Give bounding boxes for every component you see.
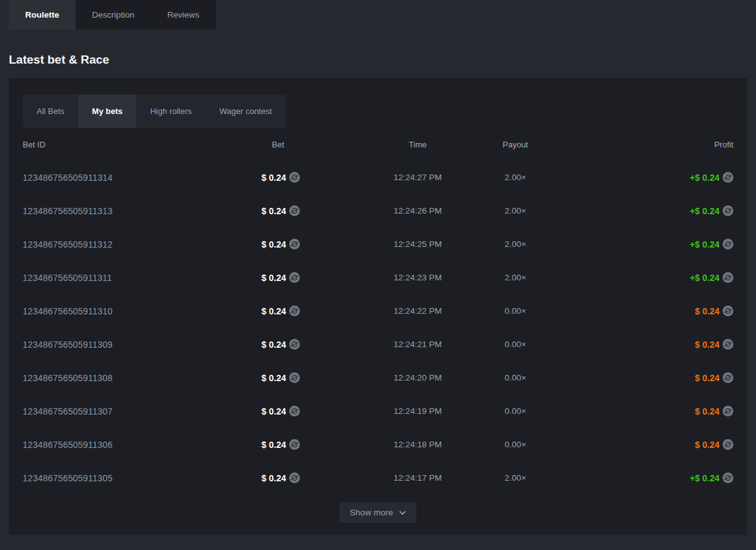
- bet-payout-value: 2.00×: [471, 206, 559, 215]
- bet-id-value: 123486756505911312: [23, 239, 234, 249]
- tab-wager-contest[interactable]: Wager contest: [205, 95, 285, 128]
- bet-profit-cell: +$ 0.24: [559, 172, 733, 183]
- page-tab-bar: Roulette Description Reviews: [9, 0, 216, 30]
- bets-table-body: 123486756505911314 $ 0.24 12:24:27 PM 2.…: [23, 161, 733, 495]
- stellar-coin-icon: [289, 406, 300, 416]
- bet-profit-cell: $ 0.24: [559, 406, 733, 416]
- tab-label: Roulette: [25, 10, 59, 20]
- tab-high-rollers[interactable]: High rollers: [136, 95, 205, 128]
- column-header-time: Time: [370, 140, 465, 149]
- column-header-bet: Bet: [234, 140, 300, 149]
- bet-amount-cell: $ 0.24: [234, 473, 300, 483]
- bet-payout-value: 0.00×: [471, 440, 559, 449]
- bet-amount-cell: $ 0.24: [234, 439, 300, 450]
- tab-label: All Bets: [37, 106, 64, 116]
- tab-label: Wager contest: [219, 106, 272, 116]
- bet-payout-value: 2.00×: [471, 273, 559, 282]
- table-row[interactable]: 123486756505911307 $ 0.24 12:24:19 PM 0.…: [23, 394, 733, 428]
- bet-time-value: 12:24:26 PM: [370, 206, 465, 215]
- bet-amount-cell: $ 0.24: [234, 205, 300, 216]
- page-title: Latest bet & Race: [9, 53, 756, 67]
- bet-amount-value: $ 0.24: [261, 239, 286, 249]
- bet-time-value: 12:24:23 PM: [370, 273, 465, 282]
- bet-amount-cell: $ 0.24: [234, 339, 300, 350]
- bet-time-value: 12:24:19 PM: [370, 406, 465, 416]
- stellar-coin-icon: [289, 272, 300, 283]
- bet-profit-cell: $ 0.24: [559, 439, 733, 450]
- stellar-coin-icon: [289, 339, 300, 350]
- stellar-coin-icon: [289, 239, 300, 249]
- stellar-coin-icon: [723, 172, 733, 183]
- bet-id-value: 123486756505911311: [23, 273, 234, 283]
- stellar-coin-icon: [723, 205, 733, 216]
- tab-label: Description: [92, 10, 135, 20]
- column-header-payout: Payout: [471, 140, 559, 149]
- bet-id-value: 123486756505911310: [23, 306, 234, 316]
- table-row[interactable]: 123486756505911306 $ 0.24 12:24:18 PM 0.…: [23, 428, 733, 461]
- bet-profit-value: $ 0.24: [695, 306, 719, 316]
- column-header-profit: Profit: [559, 140, 733, 149]
- table-header-row: Bet ID Bet Time Payout Profit: [23, 128, 733, 161]
- stellar-coin-icon: [289, 473, 300, 483]
- bet-time-value: 12:24:18 PM: [370, 440, 465, 449]
- bet-profit-cell: $ 0.24: [559, 306, 733, 316]
- bet-profit-value: $ 0.24: [695, 373, 719, 383]
- bet-profit-value: +$ 0.24: [690, 239, 719, 249]
- bet-amount-value: $ 0.24: [261, 340, 286, 350]
- table-row[interactable]: 123486756505911309 $ 0.24 12:24:21 PM 0.…: [23, 328, 733, 361]
- bet-profit-cell: $ 0.24: [559, 372, 733, 383]
- table-row[interactable]: 123486756505911310 $ 0.24 12:24:22 PM 0.…: [23, 294, 733, 328]
- bet-amount-cell: $ 0.24: [234, 272, 300, 283]
- bet-amount-value: $ 0.24: [261, 173, 286, 183]
- bet-id-value: 123486756505911305: [23, 473, 234, 483]
- tab-description[interactable]: Description: [76, 0, 151, 30]
- stellar-coin-icon: [289, 372, 300, 383]
- tab-roulette[interactable]: Roulette: [9, 0, 76, 30]
- bet-time-value: 12:24:17 PM: [370, 473, 465, 483]
- table-row[interactable]: 123486756505911305 $ 0.24 12:24:17 PM 2.…: [23, 461, 733, 495]
- show-more-container: Show more: [23, 502, 733, 523]
- bet-profit-value: $ 0.24: [695, 440, 719, 450]
- bet-amount-value: $ 0.24: [261, 306, 286, 316]
- stellar-coin-icon: [289, 306, 300, 316]
- bet-profit-cell: +$ 0.24: [559, 473, 733, 483]
- bet-amount-cell: $ 0.24: [234, 172, 300, 183]
- table-row[interactable]: 123486756505911314 $ 0.24 12:24:27 PM 2.…: [23, 161, 733, 194]
- table-row[interactable]: 123486756505911312 $ 0.24 12:24:25 PM 2.…: [23, 227, 733, 261]
- bet-payout-value: 2.00×: [471, 239, 559, 249]
- stellar-coin-icon: [723, 239, 733, 249]
- bet-payout-value: 2.00×: [471, 473, 559, 483]
- bet-payout-value: 0.00×: [471, 306, 559, 316]
- table-row[interactable]: 123486756505911313 $ 0.24 12:24:26 PM 2.…: [23, 194, 733, 227]
- bet-payout-value: 0.00×: [471, 373, 559, 382]
- bet-time-value: 12:24:27 PM: [370, 173, 465, 182]
- bet-amount-value: $ 0.24: [261, 406, 286, 416]
- bet-id-value: 123486756505911313: [23, 206, 234, 216]
- stellar-coin-icon: [289, 172, 300, 183]
- stellar-coin-icon: [723, 306, 733, 316]
- table-row[interactable]: 123486756505911311 $ 0.24 12:24:23 PM 2.…: [23, 261, 733, 294]
- bet-payout-value: 0.00×: [471, 406, 559, 416]
- bet-profit-value: +$ 0.24: [690, 273, 719, 283]
- tab-my-bets[interactable]: My bets: [78, 95, 136, 128]
- stellar-coin-icon: [723, 339, 733, 350]
- bet-amount-value: $ 0.24: [261, 440, 286, 450]
- bet-id-value: 123486756505911307: [23, 406, 234, 416]
- bet-amount-value: $ 0.24: [261, 273, 286, 283]
- table-row[interactable]: 123486756505911308 $ 0.24 12:24:20 PM 0.…: [23, 361, 733, 394]
- bet-profit-value: +$ 0.24: [690, 473, 719, 483]
- tab-all-bets[interactable]: All Bets: [23, 95, 78, 128]
- chevron-down-icon: [399, 509, 406, 517]
- show-more-button[interactable]: Show more: [340, 502, 416, 523]
- bets-filter-tab-bar: All Bets My bets High rollers Wager cont…: [23, 95, 286, 128]
- bet-profit-cell: +$ 0.24: [559, 205, 733, 216]
- bet-profit-value: +$ 0.24: [690, 173, 719, 183]
- bet-amount-value: $ 0.24: [261, 206, 286, 216]
- bet-id-value: 123486756505911314: [23, 173, 234, 183]
- bet-profit-value: $ 0.24: [695, 340, 719, 350]
- bet-payout-value: 0.00×: [471, 340, 559, 349]
- bet-id-value: 123486756505911309: [23, 340, 234, 350]
- tab-label: My bets: [92, 106, 122, 116]
- tab-reviews[interactable]: Reviews: [151, 0, 216, 30]
- stellar-coin-icon: [723, 406, 733, 416]
